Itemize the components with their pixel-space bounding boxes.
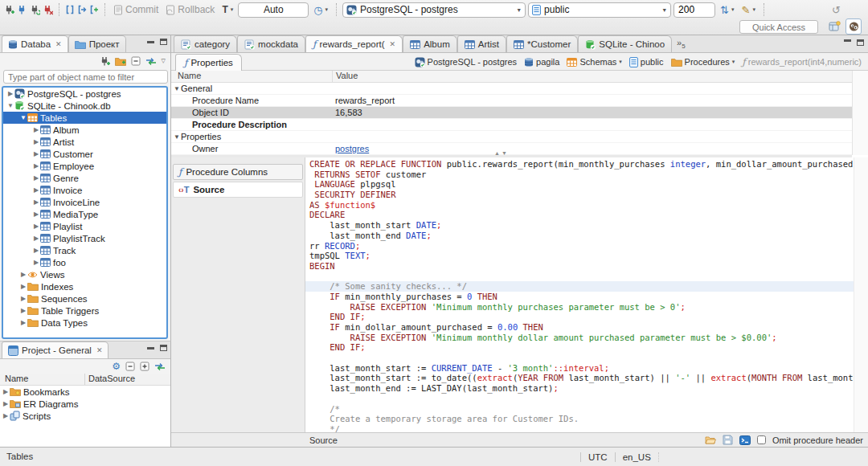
side-tab-procedure-columns[interactable]: ƒProcedure Columns (173, 164, 303, 180)
minimize-icon[interactable] (147, 41, 154, 43)
maximize-icon[interactable] (857, 39, 864, 46)
project-item-er-diagrams[interactable]: ▶ER Diagrams (0, 398, 170, 410)
chevron-collapsed-icon[interactable]: ▶ (32, 247, 40, 254)
property-row-general[interactable]: ▼General (171, 83, 852, 95)
property-value-link[interactable]: postgres (335, 144, 369, 153)
column-name[interactable]: Name (0, 374, 84, 385)
chevron-collapsed-icon[interactable]: ▶ (32, 162, 40, 170)
disconnect-icon[interactable] (43, 5, 53, 15)
chevron-collapsed-icon[interactable]: ▶ (32, 126, 40, 133)
splitter-grip-icon[interactable]: ▲▼ (494, 150, 509, 156)
tree-item-artist[interactable]: ▶Artist (3, 136, 166, 148)
console-icon[interactable] (739, 435, 751, 445)
chevron-collapsed-icon[interactable]: ▶ (32, 198, 40, 206)
new-folder-icon[interactable] (115, 57, 126, 66)
breadcrumb-item-public[interactable]: public (629, 57, 664, 67)
breadcrumb-item-rewards-report-int4-numeric[interactable]: ƒrewards_report(int4,numeric) (742, 56, 862, 67)
locale-indicator[interactable]: en_US (615, 452, 659, 462)
chevron-collapsed-icon[interactable]: ▶ (6, 90, 14, 97)
chevron-collapsed-icon[interactable]: ▶ (32, 138, 40, 145)
rollback-button[interactable]: Rollback (163, 3, 217, 16)
chevron-collapsed-icon[interactable]: ▶ (32, 235, 40, 242)
tab-project-general[interactable]: Project - General ✕ (2, 341, 108, 358)
editor-tab-artist[interactable]: Artist (457, 35, 506, 52)
close-icon[interactable]: ✕ (96, 346, 103, 354)
chevron-collapsed-icon[interactable]: ▶ (19, 283, 27, 290)
link-with-editor-icon[interactable] (154, 362, 166, 371)
dbeaver-perspective-icon[interactable] (845, 18, 862, 35)
save-file-icon[interactable] (723, 435, 733, 445)
chevron-collapsed-icon[interactable]: ▶ (32, 186, 40, 194)
breadcrumb-item-procedures[interactable]: Procedures▾ (671, 57, 735, 67)
chevron-collapsed-icon[interactable]: ▶ (32, 223, 40, 230)
tree-item-views[interactable]: ▶Views (3, 268, 166, 280)
tree-item-playlisttrack[interactable]: ▶PlaylistTrack (3, 232, 166, 244)
open-sql-script-icon[interactable] (89, 5, 99, 14)
tab-overflow-button[interactable]: »5 (677, 38, 686, 50)
expand-all-icon[interactable] (140, 362, 149, 371)
tab-properties[interactable]: ƒ Properties (175, 54, 242, 71)
omit-procedure-header-checkbox[interactable] (757, 435, 766, 444)
scrollbar[interactable] (852, 71, 868, 155)
breadcrumb-item-schemas[interactable]: Schemas▾ (567, 57, 621, 67)
object-filter-input[interactable] (3, 70, 168, 84)
commit-button[interactable]: Commit (111, 3, 161, 16)
tree-item-invoice[interactable]: ▶Invoice (3, 184, 166, 196)
chevron-expanded-icon[interactable]: ▼ (173, 133, 181, 141)
column-datasource[interactable]: DataSource (84, 374, 135, 385)
schema-select[interactable]: public ▼ (528, 2, 671, 18)
tree-item-employee[interactable]: ▶Employee (3, 160, 166, 172)
minimize-icon[interactable] (147, 347, 154, 350)
property-row-object-id[interactable]: Object ID16,583 (171, 107, 852, 119)
chevron-down-icon[interactable]: ▾ (619, 59, 622, 65)
new-sql-editor-icon[interactable] (65, 5, 75, 14)
close-icon[interactable]: ✕ (55, 40, 62, 48)
recent-sql-editor-icon[interactable] (77, 5, 87, 14)
new-connection-icon[interactable] (4, 5, 14, 15)
transaction-mode-button[interactable]: T▾ (219, 3, 235, 16)
reconnect-icon[interactable] (30, 5, 40, 15)
tree-item-postgresql-postgres[interactable]: ▶PostgreSQL - postgres (3, 88, 166, 100)
commit-mode-select[interactable]: Auto (238, 2, 309, 18)
property-row-procedure-name[interactable]: Procedure Namerewards_report (171, 95, 852, 107)
chevron-collapsed-icon[interactable]: ▶ (32, 211, 40, 218)
chevron-collapsed-icon[interactable]: ▶ (19, 295, 27, 302)
chevron-expanded-icon[interactable]: ▼ (6, 102, 14, 109)
chevron-collapsed-icon[interactable]: ▶ (19, 271, 27, 278)
link-with-editor-icon[interactable] (145, 57, 157, 66)
source-tab-label[interactable]: Source (309, 435, 338, 445)
tree-item-indexes[interactable]: ▶Indexes (3, 280, 166, 292)
fetch-size-input[interactable] (674, 2, 715, 18)
close-icon[interactable]: ✕ (390, 40, 396, 48)
tree-item-tables[interactable]: ▼Tables (3, 112, 166, 124)
tree-item-table-triggers[interactable]: ▶Table Triggers (3, 305, 166, 317)
connect-icon[interactable] (17, 5, 27, 15)
project-item-scripts[interactable]: ▶Scripts (0, 410, 170, 422)
breadcrumb-item-pagila[interactable]: pagila (524, 57, 559, 67)
minimize-icon[interactable] (844, 39, 851, 42)
tree-item-mediatype[interactable]: ▶MediaType (3, 208, 166, 220)
chevron-collapsed-icon[interactable]: ▶ (19, 319, 27, 326)
new-connection-icon[interactable] (100, 56, 110, 67)
collapse-all-icon[interactable] (131, 56, 141, 66)
quick-access-input[interactable] (739, 20, 818, 34)
chevron-collapsed-icon[interactable]: ▶ (32, 174, 40, 182)
undo-icon[interactable]: ↺ (832, 5, 841, 15)
chevron-expanded-icon[interactable]: ▼ (19, 114, 27, 121)
transaction-log-button[interactable]: ◷▾ (311, 4, 330, 16)
editor-tab-mockdata[interactable]: mockdata (237, 35, 305, 52)
chevron-collapsed-icon[interactable]: ▶ (2, 388, 10, 395)
connection-select[interactable]: PostgreSQL - postgres ▼ (342, 2, 526, 18)
tab-databa[interactable]: Databa✕ (2, 35, 68, 52)
tree-item-sqlite-chinook-db[interactable]: ▼SQLite - Chinook.db (3, 100, 166, 112)
chevron-collapsed-icon[interactable]: ▶ (32, 150, 40, 157)
source-code-editor[interactable]: CREATE OR REPLACE FUNCTION public.reward… (305, 157, 854, 432)
tree-item-foo[interactable]: ▶foo (3, 256, 166, 268)
open-file-icon[interactable] (705, 435, 716, 445)
tree-item-sequences[interactable]: ▶Sequences (3, 292, 166, 305)
sync-button[interactable]: ⇅▾ (718, 4, 736, 16)
tree-item-data-types[interactable]: ▶Data Types (3, 317, 166, 329)
timezone-indicator[interactable]: UTC (580, 452, 615, 462)
property-row-owner[interactable]: Ownerpostgres (171, 143, 852, 155)
breadcrumb-item-postgresql-postgres[interactable]: PostgreSQL - postgres (415, 57, 517, 67)
